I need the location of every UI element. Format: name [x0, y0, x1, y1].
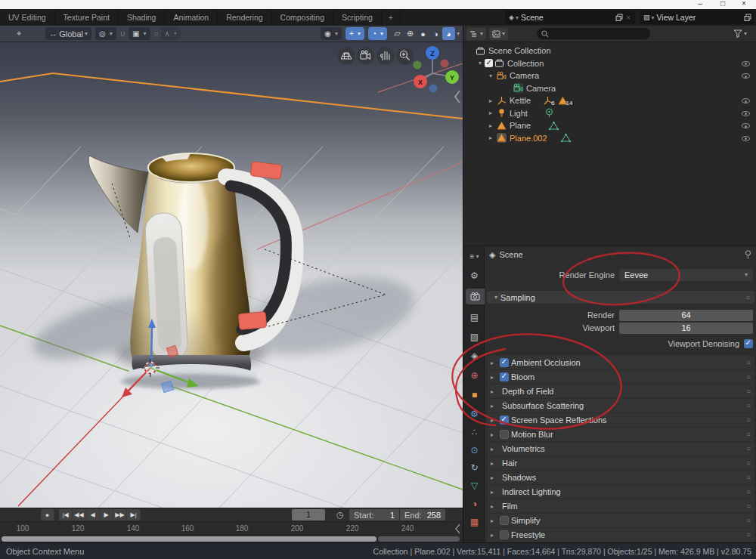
jump-to-start-button[interactable]: |◀ — [59, 509, 73, 520]
outliner-row-scene-collection[interactable]: Scene Collection — [463, 45, 756, 57]
outliner-row-plane[interactable]: ▸ Plane — [463, 119, 756, 132]
scene-selector[interactable]: ◈ ▾ Scene × — [505, 11, 635, 24]
viewport-denoising-checkbox[interactable] — [744, 339, 753, 348]
tab-texture[interactable]: ▦ — [465, 514, 484, 530]
next-keyframe-button[interactable]: ▶▶ — [113, 509, 127, 520]
nav-axis-x-neg[interactable] — [441, 60, 449, 68]
tab-object-data[interactable]: ▽ — [465, 477, 484, 493]
outliner-display-mode-dropdown[interactable]: ▾ — [466, 28, 486, 40]
section-motion-blur[interactable]: ▸Motion Blur≡ — [487, 428, 754, 441]
workspace-tab-texture-paint[interactable]: Texture Paint — [55, 9, 119, 26]
start-frame-field[interactable]: Start:1 — [349, 509, 399, 520]
expand-icon[interactable]: ▸ — [486, 122, 495, 129]
section-simplify[interactable]: ▸Simplify≡ — [487, 514, 754, 527]
transform-orientation-dropdown[interactable]: ↔ Global ▾ — [45, 27, 91, 40]
outliner-filter-id-dropdown[interactable]: ▾ — [489, 28, 508, 40]
editor-type-dropdown[interactable]: ≡▾ — [465, 249, 484, 264]
section-film[interactable]: ▸Film≡ — [487, 499, 754, 513]
pan-view-button[interactable] — [377, 48, 395, 65]
new-view-layer-icon[interactable] — [744, 14, 752, 22]
expand-icon[interactable]: ▸ — [486, 97, 495, 104]
workspace-tab-uv-editing[interactable]: UV Editing — [0, 9, 55, 26]
eye-icon[interactable] — [742, 111, 750, 116]
outliner-row-kettle[interactable]: ▸ Kettle 6 14 — [463, 94, 756, 107]
render-engine-dropdown[interactable]: Eevee ▾ — [619, 269, 753, 281]
zoom-view-button[interactable] — [397, 48, 414, 65]
eye-icon[interactable] — [742, 98, 750, 103]
outliner-row-collection[interactable]: ▾ Collection — [463, 57, 756, 70]
gizmos-toggle[interactable]: + ▾ — [345, 27, 364, 40]
workspace-tab-scripting[interactable]: Scripting — [333, 9, 382, 26]
section-indirect-lighting[interactable]: ▸Indirect Lighting≡ — [487, 485, 754, 499]
viewport-samples-field[interactable]: 16 — [619, 323, 753, 334]
eye-icon[interactable] — [742, 123, 750, 128]
drag-handle[interactable]: ≡ — [746, 294, 750, 301]
tab-material[interactable]: ◑ — [465, 496, 484, 511]
region-toggle-arrow[interactable] — [455, 523, 461, 534]
nav-axis-y-neg[interactable] — [414, 61, 422, 69]
nav-axis-z-neg[interactable] — [429, 85, 438, 93]
snap-magnet-icon[interactable]: ∪ — [120, 29, 125, 38]
workspace-tab-compositing[interactable]: Compositing — [272, 9, 333, 26]
freestyle-checkbox[interactable] — [500, 530, 509, 539]
proportional-editing-icon[interactable]: ○ — [154, 29, 159, 38]
expand-icon[interactable]: ▾ — [476, 60, 485, 66]
pivot-point-dropdown[interactable]: ◎ ▾ — [95, 27, 116, 40]
tab-particles[interactable]: ∴ — [465, 424, 484, 440]
eye-icon[interactable] — [742, 61, 750, 66]
workspace-tab-animation[interactable]: Animation — [165, 9, 218, 26]
section-hair[interactable]: ▸Hair≡ — [487, 456, 754, 470]
expand-icon[interactable]: ▸ — [486, 110, 495, 116]
motion-blur-checkbox[interactable] — [500, 430, 509, 439]
timeline-scrollbar[interactable] — [2, 536, 376, 542]
tab-physics[interactable]: ⊙ — [465, 442, 484, 458]
shading-rendered-button[interactable]: ◕ — [442, 27, 455, 40]
sampling-panel-header[interactable]: ▾ Sampling ≡ — [487, 291, 754, 304]
tab-view-layer[interactable]: ▧ — [465, 329, 484, 344]
expand-icon[interactable]: ▸ — [486, 134, 495, 141]
xray-toggle[interactable]: ▱ — [391, 27, 404, 40]
gizmo-arrow-z[interactable] — [151, 326, 152, 368]
viewport-canvas[interactable]: Z X Y — [0, 42, 463, 508]
unlink-scene-icon[interactable]: × — [626, 14, 631, 22]
outliner-filter-dropdown[interactable]: ▾ — [730, 28, 750, 40]
shading-solid-button[interactable]: ● — [417, 27, 429, 40]
minimize-button[interactable]: – — [689, 0, 711, 8]
tab-world[interactable]: ⊕ — [465, 367, 484, 383]
tab-object[interactable]: ■ — [465, 387, 484, 403]
end-frame-field[interactable]: End:258 — [400, 509, 445, 520]
outliner-search-input[interactable] — [537, 28, 650, 39]
section-screen-space-reflections[interactable]: ▸Screen Space Reflections≡ — [487, 413, 754, 427]
tab-render[interactable] — [466, 289, 485, 304]
section-volumetrics[interactable]: ▸Volumetrics≡ — [487, 442, 754, 456]
render-samples-field[interactable]: 64 — [619, 310, 753, 321]
outliner-row-light[interactable]: ▸ Light — [463, 107, 756, 120]
eye-icon[interactable] — [742, 73, 750, 79]
tab-constraints[interactable]: ↻ — [465, 459, 484, 475]
section-depth-of-field[interactable]: ▸Depth of Field≡ — [487, 385, 754, 398]
overlays-toggle[interactable]: ◔ ▾ — [368, 27, 387, 40]
outliner-row-camera[interactable]: ▾ Camera — [463, 69, 756, 82]
mode-icon[interactable]: ⌖ — [17, 29, 21, 39]
workspace-tab-shading[interactable]: Shading — [119, 9, 166, 26]
show-gizmo-dropdown[interactable]: ◉ ▾ — [321, 27, 342, 40]
view-layer-selector[interactable]: ▧ ▾ View Layer — [640, 11, 754, 24]
eye-icon[interactable] — [742, 136, 750, 141]
section-freestyle[interactable]: ▸Freestyle≡ — [487, 528, 754, 542]
new-scene-icon[interactable] — [615, 14, 624, 22]
ssr-checkbox[interactable] — [500, 415, 509, 425]
simplify-checkbox[interactable] — [500, 516, 509, 525]
tab-tool[interactable]: ⚙ — [465, 267, 484, 283]
tab-scene[interactable]: ◈ — [465, 347, 484, 363]
jump-to-end-button[interactable]: ▶| — [127, 509, 141, 520]
pin-icon[interactable] — [744, 250, 752, 259]
add-workspace-button[interactable]: + — [382, 9, 401, 26]
section-shadows[interactable]: ▸Shadows≡ — [487, 471, 754, 484]
snap-settings-dropdown[interactable]: ▣ ▾ — [129, 27, 150, 40]
close-button[interactable]: × — [733, 0, 754, 8]
toggle-camera-view-button[interactable] — [358, 48, 375, 65]
tab-modifiers[interactable]: ⚙ — [465, 406, 484, 422]
collection-checkbox[interactable] — [485, 59, 493, 67]
ambient-occlusion-checkbox[interactable] — [500, 358, 509, 367]
section-subsurface-scattering[interactable]: ▸Subsurface Scattering≡ — [487, 399, 754, 412]
